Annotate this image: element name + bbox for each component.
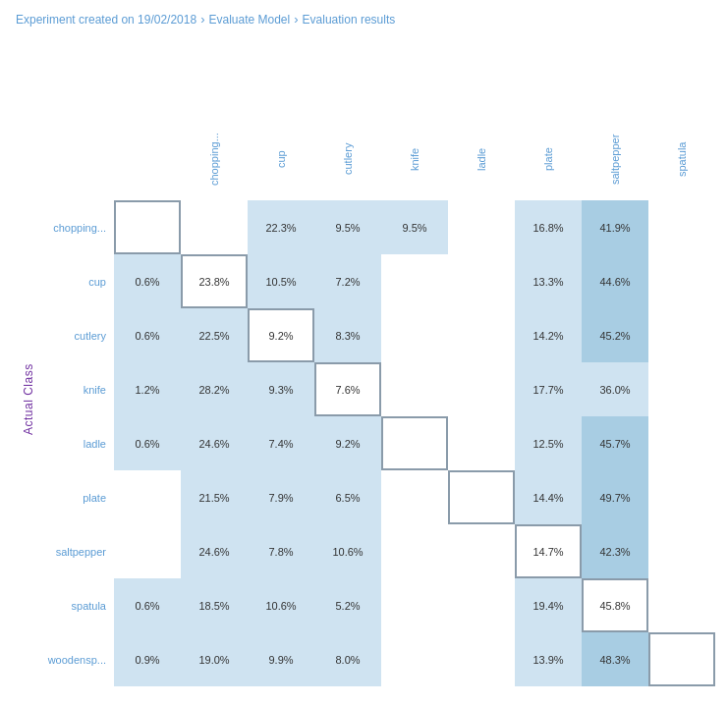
cell-7-3: 5.2% bbox=[314, 578, 381, 632]
cell-8-3: 8.0% bbox=[314, 632, 381, 686]
cell-4-0: 0.6% bbox=[114, 416, 181, 470]
cell-3-6: 17.7% bbox=[515, 362, 582, 416]
col-header-0: chopping... bbox=[153, 112, 220, 200]
cell-1-6: 13.3% bbox=[515, 254, 582, 308]
cell-1-3: 7.2% bbox=[314, 254, 381, 308]
cell-7-2: 10.6% bbox=[248, 578, 314, 632]
cell-8-7: 48.3% bbox=[582, 632, 648, 686]
cell-3-4 bbox=[381, 362, 448, 416]
col-header-5: plate bbox=[487, 112, 554, 200]
cell-0-8 bbox=[648, 200, 715, 254]
row-label-7: spatula bbox=[45, 600, 114, 612]
cell-1-4 bbox=[381, 254, 448, 308]
cell-6-1: 24.6% bbox=[181, 524, 248, 578]
matrix-row-2: cutlery0.6%22.5%9.2%8.3%14.2%45.2% bbox=[45, 308, 728, 362]
matrix-row-0: chopping...22.3%9.5%9.5%16.8%41.9% bbox=[45, 200, 728, 254]
cell-8-6: 13.9% bbox=[515, 632, 582, 686]
cell-2-2: 9.2% bbox=[248, 308, 314, 362]
cell-5-3: 6.5% bbox=[314, 470, 381, 524]
cell-4-4 bbox=[381, 416, 448, 470]
row-label-5: plate bbox=[45, 492, 114, 504]
confusion-matrix: chopping...cupcutleryknifeladleplatesalt… bbox=[45, 112, 728, 686]
matrix-body: chopping...22.3%9.5%9.5%16.8%41.9%cup0.6… bbox=[45, 200, 728, 686]
cell-0-4: 9.5% bbox=[381, 200, 448, 254]
matrix-row-7: spatula0.6%18.5%10.6%5.2%19.4%45.8% bbox=[45, 578, 728, 632]
cell-1-7: 44.6% bbox=[582, 254, 648, 308]
cell-4-2: 7.4% bbox=[248, 416, 314, 470]
breadcrumb-part1: Experiment created on 19/02/2018 bbox=[16, 13, 196, 27]
cell-2-6: 14.2% bbox=[515, 308, 582, 362]
cell-1-1: 23.8% bbox=[181, 254, 248, 308]
cell-4-6: 12.5% bbox=[515, 416, 582, 470]
column-headers: chopping...cupcutleryknifeladleplatesalt… bbox=[153, 112, 728, 200]
cell-3-5 bbox=[448, 362, 515, 416]
breadcrumb-sep2: › bbox=[294, 12, 298, 27]
cell-1-5 bbox=[448, 254, 515, 308]
cell-5-5 bbox=[448, 470, 515, 524]
breadcrumb-part2: Evaluate Model bbox=[208, 13, 290, 27]
cell-3-7: 36.0% bbox=[582, 362, 648, 416]
matrix-row-5: plate21.5%7.9%6.5%14.4%49.7% bbox=[45, 470, 728, 524]
cell-5-1: 21.5% bbox=[181, 470, 248, 524]
cell-7-4 bbox=[381, 578, 448, 632]
matrix-row-1: cup0.6%23.8%10.5%7.2%13.3%44.6% bbox=[45, 254, 728, 308]
cell-3-3: 7.6% bbox=[314, 362, 381, 416]
row-label-0: chopping... bbox=[45, 222, 114, 234]
cell-0-5 bbox=[448, 200, 515, 254]
cell-7-6: 19.4% bbox=[515, 578, 582, 632]
cell-6-7: 42.3% bbox=[582, 524, 648, 578]
row-label-1: cup bbox=[45, 276, 114, 288]
cell-2-4 bbox=[381, 308, 448, 362]
cell-6-5 bbox=[448, 524, 515, 578]
cell-3-8 bbox=[648, 362, 715, 416]
actual-class-label: Actual Class bbox=[16, 46, 41, 706]
cell-2-7: 45.2% bbox=[582, 308, 648, 362]
row-label-6: saltpepper bbox=[45, 546, 114, 558]
cell-4-1: 24.6% bbox=[181, 416, 248, 470]
matrix-row-4: ladle0.6%24.6%7.4%9.2%12.5%45.7% bbox=[45, 416, 728, 470]
cell-7-5 bbox=[448, 578, 515, 632]
col-header-2: cutlery bbox=[287, 112, 354, 200]
row-label-8: woodensp... bbox=[45, 654, 114, 666]
cell-0-0 bbox=[114, 200, 181, 254]
cell-0-1 bbox=[181, 200, 248, 254]
breadcrumb-part3: Evaluation results bbox=[303, 13, 396, 27]
cell-7-0: 0.6% bbox=[114, 578, 181, 632]
cell-0-7: 41.9% bbox=[582, 200, 648, 254]
cell-4-3: 9.2% bbox=[314, 416, 381, 470]
col-header-7: spatula bbox=[621, 112, 688, 200]
row-label-3: knife bbox=[45, 384, 114, 396]
col-header-6: saltpepper bbox=[554, 112, 621, 200]
cell-6-0 bbox=[114, 524, 181, 578]
cell-6-8 bbox=[648, 524, 715, 578]
col-header-4: ladle bbox=[420, 112, 487, 200]
cell-4-7: 45.7% bbox=[582, 416, 648, 470]
matrix-row-6: saltpepper24.6%7.8%10.6%14.7%42.3% bbox=[45, 524, 728, 578]
cell-2-3: 8.3% bbox=[314, 308, 381, 362]
cell-2-5 bbox=[448, 308, 515, 362]
col-header-8: woodensp... bbox=[688, 112, 728, 200]
cell-2-0: 0.6% bbox=[114, 308, 181, 362]
cell-4-8 bbox=[648, 416, 715, 470]
cell-6-3: 10.6% bbox=[314, 524, 381, 578]
cell-1-0: 0.6% bbox=[114, 254, 181, 308]
cell-0-2: 22.3% bbox=[248, 200, 314, 254]
cell-6-2: 7.8% bbox=[248, 524, 314, 578]
breadcrumb-sep1: › bbox=[200, 12, 204, 27]
cell-5-2: 7.9% bbox=[248, 470, 314, 524]
cell-4-5 bbox=[448, 416, 515, 470]
cell-5-6: 14.4% bbox=[515, 470, 582, 524]
cell-6-4 bbox=[381, 524, 448, 578]
cell-7-1: 18.5% bbox=[181, 578, 248, 632]
matrix-row-3: knife1.2%28.2%9.3%7.6%17.7%36.0% bbox=[45, 362, 728, 416]
cell-8-4 bbox=[381, 632, 448, 686]
cell-1-2: 10.5% bbox=[248, 254, 314, 308]
cell-0-3: 9.5% bbox=[314, 200, 381, 254]
cell-1-8 bbox=[648, 254, 715, 308]
cell-5-4 bbox=[381, 470, 448, 524]
cell-8-2: 9.9% bbox=[248, 632, 314, 686]
cell-5-7: 49.7% bbox=[582, 470, 648, 524]
cell-8-5 bbox=[448, 632, 515, 686]
cell-2-1: 22.5% bbox=[181, 308, 248, 362]
cell-8-1: 19.0% bbox=[181, 632, 248, 686]
